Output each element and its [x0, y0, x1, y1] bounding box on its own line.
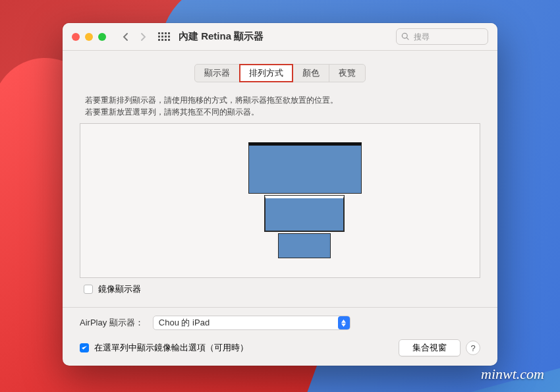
back-button[interactable]	[118, 29, 134, 45]
instruction-line-2: 若要重新放置選單列，請將其拖至不同的顯示器。	[85, 106, 480, 118]
select-stepper-icon	[338, 316, 350, 329]
zoom-button[interactable]	[98, 33, 106, 41]
instructions: 若要重新排列顯示器，請使用拖移的方式，將顯示器拖至欲放置的位置。 若要重新放置選…	[80, 94, 480, 118]
search-input[interactable]	[396, 28, 488, 45]
airplay-selected-value: Chou 的 iPad	[159, 317, 210, 329]
arrangement-canvas[interactable]	[80, 123, 480, 278]
titlebar: 內建 Retina 顯示器	[63, 23, 497, 51]
gather-windows-button[interactable]: 集合視窗	[399, 339, 461, 356]
display-1[interactable]	[248, 142, 362, 194]
nav-buttons	[118, 29, 151, 45]
airplay-row: AirPlay 顯示器： Chou 的 iPad	[80, 316, 480, 330]
window-controls	[72, 33, 106, 41]
minimize-button[interactable]	[85, 33, 93, 41]
show-mirror-menu-checkbox[interactable]	[80, 343, 89, 352]
display-3[interactable]	[278, 233, 331, 258]
display-2[interactable]	[265, 196, 344, 231]
mirror-checkbox[interactable]	[84, 285, 93, 294]
check-icon	[81, 345, 88, 351]
window-title: 內建 Retina 顯示器	[179, 30, 264, 43]
show-mirror-menu-label: 在選單列中顯示鏡像輸出選項（可用時）	[94, 342, 248, 354]
tab-night-shift[interactable]: 夜覽	[329, 64, 366, 82]
search-wrap	[396, 28, 488, 45]
instruction-line-1: 若要重新排列顯示器，請使用拖移的方式，將顯示器拖至欲放置的位置。	[85, 94, 480, 106]
bottom-row: 在選單列中顯示鏡像輸出選項（可用時） 集合視窗 ?	[80, 339, 480, 356]
mirror-row: 鏡像顯示器	[80, 278, 480, 295]
divider	[63, 307, 497, 308]
system-preferences-window: 內建 Retina 顯示器 顯示器 排列方式 顏色 夜覽 若要重新排列顯示器，請…	[63, 23, 497, 366]
mirror-label: 鏡像顯示器	[98, 283, 141, 295]
chevron-left-icon	[122, 33, 130, 41]
chevron-right-icon	[139, 33, 147, 41]
tab-bar: 顯示器 排列方式 顏色 夜覽	[80, 64, 480, 82]
forward-button[interactable]	[135, 29, 151, 45]
tab-display[interactable]: 顯示器	[194, 64, 240, 82]
airplay-select[interactable]: Chou 的 iPad	[153, 316, 350, 330]
search-icon	[401, 32, 410, 41]
close-button[interactable]	[72, 33, 80, 41]
watermark: minwt.com	[481, 366, 544, 383]
tab-color[interactable]: 顏色	[293, 64, 329, 82]
help-button[interactable]: ?	[466, 341, 480, 355]
content-area: 顯示器 排列方式 顏色 夜覽 若要重新排列顯示器，請使用拖移的方式，將顯示器拖至…	[63, 51, 497, 366]
show-all-button[interactable]	[157, 30, 171, 43]
tab-arrangement[interactable]: 排列方式	[239, 64, 293, 82]
airplay-select-wrap: Chou 的 iPad	[153, 316, 350, 330]
airplay-label: AirPlay 顯示器：	[80, 317, 144, 329]
